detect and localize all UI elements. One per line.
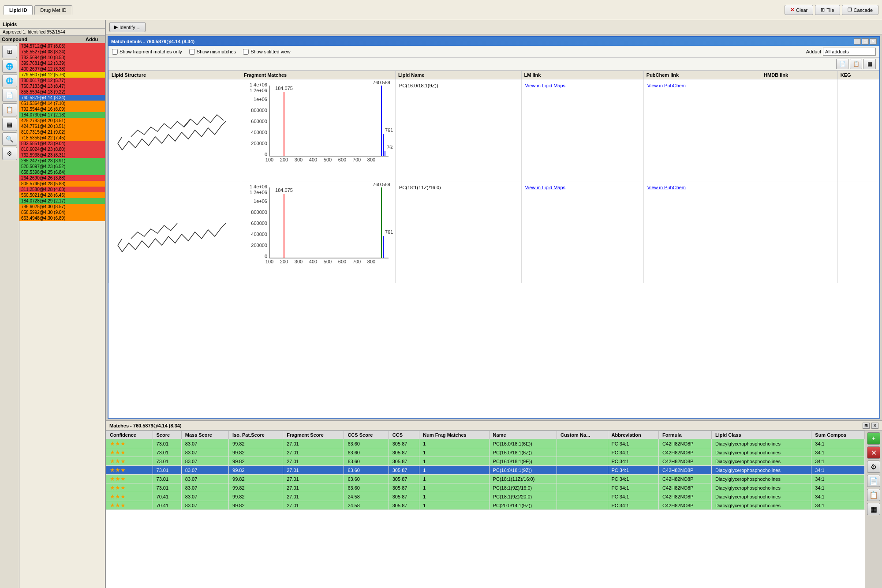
- compound-item[interactable]: 658.5398@4.25 (6.84): [19, 169, 105, 175]
- compound-item[interactable]: 858.5594@4.13 (9.22): [19, 89, 105, 95]
- compound-item[interactable]: 762.5938@4.23 (8.31): [19, 152, 105, 158]
- compound-item[interactable]: 399.7681@4.12 (3.39): [19, 60, 105, 66]
- lm-link-1[interactable]: View in Lipid Maps: [521, 79, 643, 181]
- table-row[interactable]: ★★★73.0183.0799.8227.0163.60305.871PC(16…: [106, 457, 865, 466]
- mismatches-checkbox[interactable]: [189, 49, 195, 55]
- compound-item[interactable]: 734.5712@4.07 (8.05): [19, 43, 105, 49]
- lipid-structure-1: [109, 79, 241, 181]
- table-row[interactable]: ★★★73.0183.0799.8227.0163.60305.871PC(16…: [106, 439, 865, 448]
- compound-item[interactable]: 520.5097@4.23 (6.52): [19, 164, 105, 169]
- table-row[interactable]: ★★★70.4183.0799.8227.0124.58305.871PC(18…: [106, 492, 865, 501]
- view-lipid-maps-1[interactable]: View in Lipid Maps: [525, 83, 566, 88]
- frag-cell: 27.01: [283, 501, 344, 510]
- view-lipid-maps-2[interactable]: View in Lipid Maps: [525, 185, 566, 190]
- tab-lipid-id[interactable]: Lipid ID: [4, 5, 33, 15]
- match-details-window: Match details - 760.5879@4.14 (8.34) _ □…: [108, 36, 880, 419]
- table-icon-btn[interactable]: ▦: [863, 59, 876, 69]
- export-doc-btn[interactable]: 📄: [867, 475, 880, 487]
- fragment-matches-checkbox[interactable]: [112, 49, 118, 55]
- ccs-cell: 305.87: [389, 457, 419, 466]
- close-btn[interactable]: ✕: [870, 38, 877, 45]
- icon-btn-5[interactable]: 📋: [2, 103, 17, 116]
- compound-item[interactable]: 760.7133@4.13 (8.47): [19, 83, 105, 89]
- splitted-checkbox[interactable]: [243, 49, 249, 55]
- compound-item[interactable]: 651.5364@4.14 (7.10): [19, 101, 105, 106]
- clear-button[interactable]: ✕ Clear: [785, 5, 813, 15]
- export-icon-btn[interactable]: 📄: [836, 59, 848, 69]
- compound-item[interactable]: 782.5694@4.10 (8.53): [19, 55, 105, 60]
- adduct-dropdown[interactable]: All adducts: [823, 48, 876, 56]
- cascade-button[interactable]: ❐ Cascade: [842, 5, 878, 15]
- compound-item[interactable]: 560.5021@4.28 (6.45): [19, 192, 105, 198]
- bottom-close-btn[interactable]: ✕: [871, 423, 878, 429]
- table-row[interactable]: ★★★73.0183.0799.8227.0163.60305.871PC(16…: [106, 448, 865, 457]
- compound-item[interactable]: 805.5746@4.28 (5.83): [19, 181, 105, 187]
- compound-item[interactable]: 779.5607@4.12 (5.76): [19, 72, 105, 78]
- settings-btn[interactable]: ⚙: [867, 461, 880, 473]
- svg-text:500: 500: [324, 259, 332, 264]
- compound-item[interactable]: 780.0617@4.12 (5.77): [19, 78, 105, 83]
- lm-link-2[interactable]: View in Lipid Maps: [521, 181, 643, 283]
- fragment-matches-check[interactable]: Show fragment matches only: [112, 49, 182, 55]
- compound-item[interactable]: 424.7761@4.20 (3.51): [19, 124, 105, 129]
- compound-item[interactable]: 718.5356@4.22 (7.45): [19, 135, 105, 141]
- compound-item[interactable]: 285.2427@4.23 (3.91): [19, 158, 105, 164]
- icon-btn-6[interactable]: ▦: [2, 118, 17, 131]
- num-frag-cell: 1: [419, 483, 489, 492]
- minimize-btn[interactable]: _: [854, 38, 861, 45]
- svg-text:760.589: 760.589: [373, 183, 390, 187]
- table-row[interactable]: ★★★73.0183.0799.8227.0163.60305.871PC(18…: [106, 483, 865, 492]
- pubchem-link-1[interactable]: View in PubChem: [643, 79, 761, 181]
- copy-btn[interactable]: 📋: [867, 489, 880, 501]
- compound-item[interactable]: 184.0728@4.29 (2.17): [19, 198, 105, 204]
- compound-item[interactable]: 858.5992@4.30 (9.04): [19, 210, 105, 215]
- keg-link-1: [837, 79, 879, 181]
- ccs-score-cell: 63.60: [344, 475, 389, 483]
- compound-item[interactable]: 184.0730@4.17 (2.18): [19, 112, 105, 118]
- ccs-score-cell: 24.58: [344, 501, 389, 510]
- tab-drug-met-id[interactable]: Drug Met ID: [34, 5, 72, 15]
- splitted-check[interactable]: Show splitted view: [243, 49, 291, 55]
- compound-item[interactable]: 663.4948@4.30 (6.89): [19, 215, 105, 221]
- compound-item[interactable]: 792.5544@4.16 (8.09): [19, 106, 105, 112]
- compound-item[interactable]: 400.2697@4.12 (3.38): [19, 66, 105, 72]
- compound-item[interactable]: 264.2690@4.26 (3.88): [19, 175, 105, 181]
- identify-button[interactable]: ▶ Identify ...: [109, 22, 146, 32]
- bar-chart-svg-2: 0 200000 400000 600000 800000 1e+06 1.2e…: [243, 183, 393, 280]
- svg-text:600: 600: [338, 157, 346, 162]
- remove-btn[interactable]: ✕: [867, 446, 880, 459]
- bottom-restore-btn[interactable]: ⊞: [863, 423, 870, 429]
- compound-item[interactable]: 311.2580@4.28 (4.03): [19, 187, 105, 192]
- compound-item[interactable]: 832.5851@4.23 (9.04): [19, 141, 105, 146]
- icon-btn-4[interactable]: 📄: [2, 89, 17, 102]
- view-pubchem-1[interactable]: View in PubChem: [647, 83, 686, 88]
- table-row[interactable]: ★★★70.4183.0799.8227.0124.58305.871PC(20…: [106, 501, 865, 510]
- bottom-table-wrap: Confidence Score Mass Score Iso. Pat.Sco…: [106, 431, 865, 588]
- compound-item[interactable]: 760.5879@4.14 (8.34): [19, 95, 105, 101]
- table-row[interactable]: ★★★73.0183.0799.8227.0163.60305.871PC(18…: [106, 475, 865, 483]
- svg-text:800: 800: [367, 259, 375, 264]
- compound-item[interactable]: 786.6025@4.30 (8.57): [19, 204, 105, 210]
- formula-cell: C42H82NO8P: [659, 448, 712, 457]
- icon-btn-1[interactable]: ⊞: [2, 45, 17, 58]
- view-pubchem-2[interactable]: View in PubChem: [647, 185, 686, 190]
- icon-btn-2[interactable]: 🌐: [2, 60, 17, 73]
- icon-btn-8[interactable]: ⚙: [2, 147, 17, 160]
- icon-btn-7[interactable]: 🔍: [2, 132, 17, 146]
- compound-item[interactable]: 425.2783@4.20 (3.51): [19, 118, 105, 124]
- compound-item[interactable]: 756.5527@4.08 (8.24): [19, 49, 105, 55]
- copy-icon-btn[interactable]: 📋: [850, 59, 862, 69]
- icon-btn-3[interactable]: 🌐: [2, 74, 17, 87]
- add-btn[interactable]: +: [867, 432, 880, 445]
- table-row[interactable]: ★★★73.0183.0799.8227.0163.60305.871PC(16…: [106, 466, 865, 475]
- pubchem-link-2[interactable]: View in PubChem: [643, 181, 761, 283]
- mismatches-check[interactable]: Show mismatches: [189, 49, 236, 55]
- compound-item[interactable]: 810.7315@4.21 (9.02): [19, 129, 105, 135]
- table-btn[interactable]: ▦: [867, 503, 880, 515]
- num-frag-cell: 1: [419, 457, 489, 466]
- match-row-2: 0 200000 400000 600000 800000 1e+06 1.2e…: [109, 181, 879, 283]
- compound-item[interactable]: 810.6024@4.23 (8.80): [19, 146, 105, 152]
- score-cell: 70.41: [153, 501, 181, 510]
- tile-button[interactable]: ⊞ Tile: [815, 5, 840, 15]
- maximize-btn[interactable]: □: [862, 38, 869, 45]
